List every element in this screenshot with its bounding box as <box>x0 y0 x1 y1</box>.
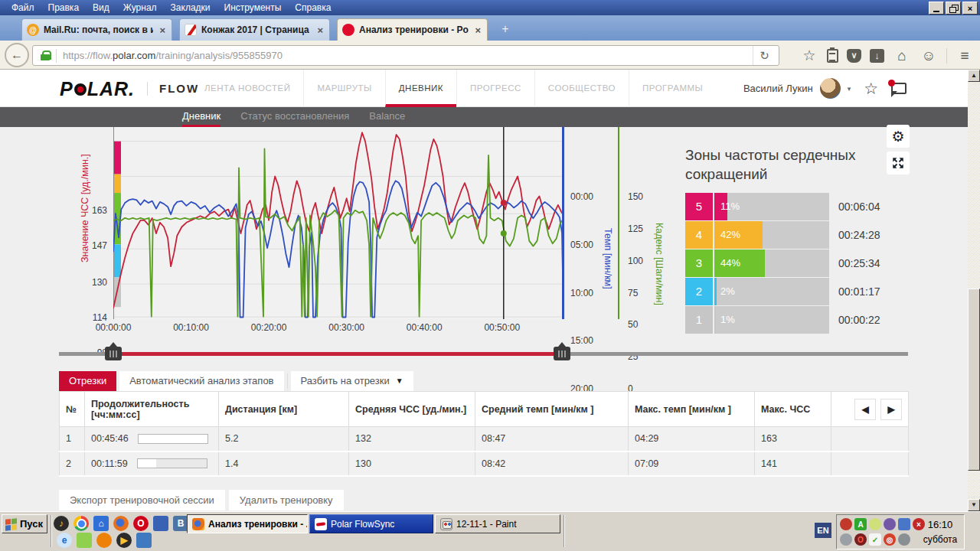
weekday: суббота <box>920 534 960 545</box>
export-session-button[interactable]: Экспорт тренировочной сессии <box>59 490 225 510</box>
nav-item[interactable]: СООБЩЕСТВО <box>534 70 629 107</box>
security-alert-icon[interactable]: × <box>913 518 925 530</box>
downloads-icon[interactable]: ↓ <box>870 49 884 63</box>
opera-tray-icon[interactable]: O <box>854 533 867 546</box>
opera-icon[interactable]: O <box>133 516 149 531</box>
start-button[interactable]: Пуск <box>2 514 47 533</box>
training-chart-plot[interactable] <box>113 127 564 319</box>
back-arrow-icon: ← <box>11 48 23 61</box>
nav-item[interactable]: МАРШРУТЫ <box>303 70 384 107</box>
tab-close-icon[interactable]: × <box>473 24 482 36</box>
menu-item[interactable]: Справка <box>288 1 338 15</box>
browser-tab[interactable]: Анализ тренировки - Polar F...× <box>337 18 488 41</box>
task-button[interactable]: Анализ тренировки - ... <box>187 514 308 533</box>
tab-close-icon[interactable]: × <box>158 24 167 36</box>
axis-tick-label: 00:00 <box>570 191 593 202</box>
url-bar[interactable]: https://flow.polar.com/training/analysis… <box>32 45 779 66</box>
browser-tab[interactable]: Конжак 2017 | Страница 4 |...× <box>179 18 330 41</box>
target-icon[interactable]: ◎ <box>884 533 896 546</box>
hamburger-menu-icon[interactable]: ≡ <box>956 47 974 64</box>
subnav-item[interactable]: Дневник <box>182 107 220 127</box>
segments-tab-label: Разбить на отрезки <box>301 371 390 391</box>
restore-button[interactable] <box>946 2 961 15</box>
delete-session-button[interactable]: Удалить тренировку <box>229 490 344 510</box>
menu-item[interactable]: Журнал <box>116 1 164 15</box>
maps-icon[interactable] <box>77 533 92 548</box>
language-indicator[interactable]: EN <box>815 523 831 538</box>
task-button[interactable]: Polar FlowSync <box>309 514 433 533</box>
url-text[interactable]: https://flow.polar.com/training/analysis… <box>63 50 753 61</box>
scroll-down-button[interactable]: ▼ <box>968 499 980 511</box>
firefox-icon[interactable] <box>113 516 129 531</box>
table-row[interactable]: 100:45:465.213208:4704:29163 <box>60 427 909 452</box>
chat-icon[interactable]: ☺ <box>920 47 938 64</box>
avatar[interactable] <box>820 78 841 99</box>
close-button[interactable]: × <box>962 2 978 15</box>
pocket-icon[interactable]: ∨ <box>847 49 861 63</box>
bookmark-star-icon[interactable]: ☆ <box>800 47 818 64</box>
reading-list-icon[interactable] <box>827 49 838 63</box>
range-slider-selection[interactable] <box>113 352 562 356</box>
segments-tab[interactable]: Автоматический анализ этапов <box>119 371 283 391</box>
odnoklassniki-icon[interactable] <box>96 533 112 548</box>
table-row[interactable]: 200:11:591.413008:4207:09141 <box>60 452 909 476</box>
chrome-icon[interactable] <box>74 516 89 531</box>
camera-icon[interactable] <box>898 533 910 546</box>
nav-item[interactable]: ПРОГРАММЫ <box>629 70 716 107</box>
tab-close-icon[interactable]: × <box>315 24 325 36</box>
media-player-icon[interactable]: ▶ <box>116 533 132 548</box>
menu-item[interactable]: Инструменты <box>217 1 289 15</box>
mail-home-icon[interactable]: ⌂ <box>93 516 109 531</box>
webcam-icon[interactable] <box>840 533 852 546</box>
subnav-item[interactable]: Статус восстановления <box>240 107 349 127</box>
aimp-icon[interactable]: ♪ <box>54 516 69 531</box>
range-slider-handle-left[interactable] <box>105 347 122 360</box>
pager-prev-button[interactable]: ◀ <box>854 399 876 420</box>
minimize-button[interactable] <box>929 2 944 15</box>
nav-item[interactable]: ДНЕВНИК <box>385 70 456 107</box>
browser-tab[interactable]: @Mail.Ru: почта, поиск в инт...× <box>21 18 172 41</box>
menu-item[interactable]: Правка <box>41 1 87 15</box>
clock[interactable]: 16:10 <box>920 519 960 530</box>
system-tray: 16:10 суббота A×O✓◎ <box>836 514 965 549</box>
range-slider-handle-right[interactable] <box>554 347 570 360</box>
back-button[interactable]: ← <box>5 43 29 67</box>
scrollbar-thumb[interactable] <box>968 289 980 471</box>
segments-tab[interactable]: Разбить на отрезки▼ <box>291 371 413 391</box>
pager-next-button[interactable]: ▶ <box>880 399 902 420</box>
user-name[interactable]: Василий Лукин <box>743 83 813 94</box>
tab-title: Конжак 2017 | Страница 4 |... <box>201 24 311 35</box>
reload-button[interactable]: ↻ <box>753 46 776 65</box>
home-icon[interactable]: ⌂ <box>893 47 911 64</box>
network-icon[interactable] <box>898 518 910 530</box>
feedback-bubble-icon[interactable] <box>891 83 906 94</box>
segments-tab[interactable]: Отрезки <box>59 371 116 391</box>
subnav-item[interactable]: Balance <box>369 107 405 127</box>
favorite-star-icon[interactable]: ☆ <box>864 80 878 98</box>
task-button[interactable]: 12-11-1 - Paint <box>435 514 560 533</box>
vk-icon[interactable]: B <box>173 516 188 531</box>
acronis-icon[interactable]: A <box>854 518 867 530</box>
menu-item[interactable]: Вид <box>86 1 116 15</box>
polar-logo[interactable]: PLAR. <box>60 78 135 100</box>
chevron-down-icon[interactable]: ▾ <box>848 85 851 93</box>
antivirus-icon[interactable] <box>840 518 852 530</box>
axis-tick-label: 100 <box>628 256 643 266</box>
updater-icon[interactable] <box>136 533 152 548</box>
nav-item[interactable]: ПРОГРЕСС <box>456 70 534 107</box>
vertical-scrollbar[interactable]: ▲ ▼ <box>968 70 980 511</box>
notes-icon[interactable]: ✓ <box>869 533 881 546</box>
save-icon[interactable] <box>153 516 168 531</box>
menu-item[interactable]: Закладки <box>164 1 217 15</box>
torrent-icon[interactable] <box>884 518 896 530</box>
nav-item[interactable]: ЛЕНТА НОВОСТЕЙ <box>191 70 303 107</box>
table-header-cell: Продолжительность [чч:мм:сс] <box>85 392 219 427</box>
table-header-cell: Средняя ЧСС [уд./мин.] <box>349 392 475 427</box>
scroll-up-button[interactable]: ▲ <box>968 70 980 82</box>
segments-table: №Продолжительность [чч:мм:сс]Дистанция [… <box>59 391 909 477</box>
chart-settings-button[interactable]: ⚙ <box>887 125 910 148</box>
lime-icon[interactable] <box>869 518 881 530</box>
internet-explorer-icon[interactable]: e <box>57 533 72 548</box>
new-tab-button[interactable]: + <box>496 21 514 38</box>
menu-item[interactable]: Файл <box>5 1 41 15</box>
